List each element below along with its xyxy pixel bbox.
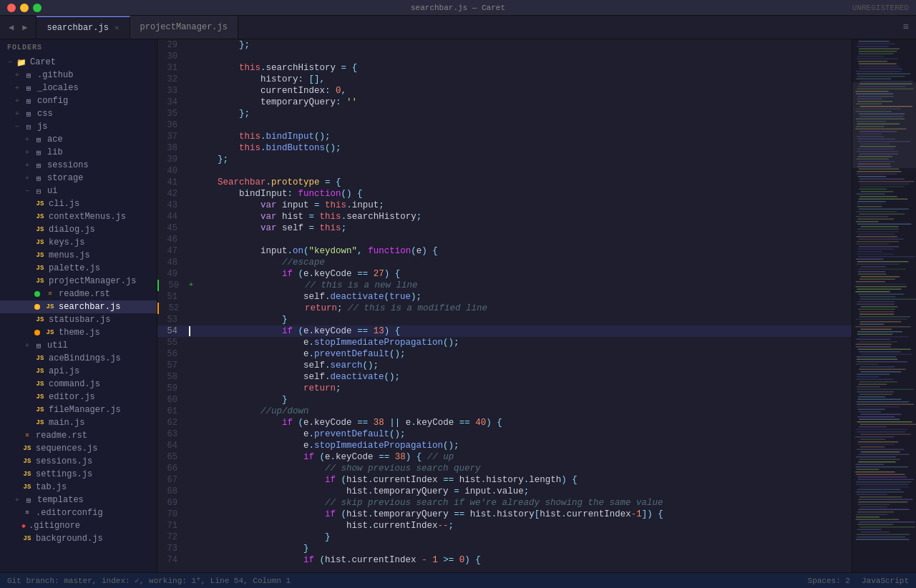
sidebar-item-sessions[interactable]: JS sessions.js [0, 455, 157, 468]
sidebar-item-templates[interactable]: + ⊞ templates [0, 494, 157, 506]
editor-area: 29 }; 30 31 this.searchHistory = { [157, 39, 916, 572]
line-indicator [186, 337, 193, 348]
sidebar-item-filemanager[interactable]: JS fileManager.js [0, 403, 157, 416]
line-content: } [193, 314, 852, 325]
sidebar-item-sessions-folder[interactable]: + ⊞ sessions [0, 159, 157, 172]
sidebar-item-statusbar[interactable]: JS statusbar.js [0, 313, 157, 326]
line-content: if (e.keyCode == 13) { [193, 325, 852, 337]
sidebar-item-editorconfig[interactable]: ≡ .editorconfig [0, 506, 157, 519]
line-number: 66 [157, 463, 186, 474]
line-content: hist.currentIndex--; [193, 520, 852, 531]
line-indicator [186, 165, 193, 177]
js-toggle: − [11, 123, 23, 131]
sidebar-item-editor[interactable]: JS editor.js [0, 391, 157, 403]
close-button[interactable] [7, 4, 16, 12]
maximize-button[interactable] [33, 4, 42, 12]
statusbar-language[interactable]: JavaScript [862, 577, 909, 585]
sidebar-item-readme-js[interactable]: ≡ readme.rst [0, 429, 157, 442]
line-number: 30 [157, 51, 186, 62]
line-number: 60 [157, 394, 186, 406]
code-line-69: 69 // skip previous search if we're alre… [157, 497, 852, 509]
sidebar-item-storage[interactable]: + ⊞ storage [0, 172, 157, 185]
unregistered-label: UNREGISTERED [852, 4, 909, 12]
sidebar-item-dialog[interactable]: JS dialog.js [0, 223, 157, 236]
code-scroll[interactable]: 29 }; 30 31 this.searchHistory = { [157, 39, 852, 572]
line-content [193, 119, 852, 131]
line-number: 43 [157, 200, 186, 211]
sidebar-item-contextmenus[interactable]: JS contextMenus.js [0, 210, 157, 223]
code-line-44: 44 var hist = this.searchHistory; [157, 211, 852, 222]
sidebar-item-ui[interactable]: − ⊟ ui [0, 185, 157, 197]
line-indicator [186, 200, 193, 211]
sidebar-item-menus[interactable]: JS menus.js [0, 249, 157, 262]
minimap[interactable] [852, 39, 916, 572]
sidebar-item-settings[interactable]: JS settings.js [0, 468, 157, 481]
tab-searchbar[interactable]: searchbar.js ✕ [36, 16, 130, 39]
line-number: 58 [157, 371, 186, 383]
line-number: 48 [157, 257, 186, 268]
line-indicator [186, 291, 193, 303]
line-content: hist.temporaryQuery = input.value; [193, 486, 852, 497]
sidebar-item-api[interactable]: JS api.js [0, 365, 157, 378]
sidebar-item-gitignore[interactable]: ◆ .gitignore [0, 519, 157, 532]
sidebar-item-ace[interactable]: + ⊞ ace [0, 133, 157, 146]
sidebar-item-main[interactable]: JS main.js [0, 416, 157, 429]
line-indicator [186, 62, 193, 74]
sidebar-item-caret[interactable]: − 📁 Caret [0, 56, 157, 69]
line-content: return; // this is a modified line [195, 303, 852, 314]
line-indicator [186, 543, 193, 554]
sidebar-item-tab[interactable]: JS tab.js [0, 481, 157, 494]
line-content: }; [193, 108, 852, 119]
js-file-icon: JS [44, 303, 56, 310]
js-file-icon: JS [21, 445, 33, 452]
sidebar-readme-ui-label: readme.rst [59, 289, 157, 299]
sidebar-item-lib[interactable]: + ⊞ lib [0, 146, 157, 159]
line-indicator [186, 394, 193, 406]
sidebar-ace-label: ace [47, 134, 157, 144]
sidebar-item-github[interactable]: + ⊞ .github [0, 69, 157, 82]
sidebar-item-palette[interactable]: JS palette.js [0, 262, 157, 275]
sidebar-item-sequences[interactable]: JS sequences.js [0, 442, 157, 455]
code-line-40: 40 [157, 165, 852, 177]
sidebar-item-cli[interactable]: JS cli.js [0, 197, 157, 210]
sidebar-section-folders: FOLDERS [0, 39, 157, 56]
line-content: } [193, 531, 852, 543]
sidebar-js-label: js [37, 122, 157, 132]
tabbar-menu-icon[interactable]: ≡ [903, 21, 909, 33]
sidebar-item-util[interactable]: + ⊞ util [0, 339, 157, 352]
sidebar-cli-label: cli.js [49, 199, 157, 209]
sidebar-item-projectmanager[interactable]: JS projectManager.js [0, 275, 157, 288]
line-number: 57 [157, 360, 186, 371]
lib-toggle: + [21, 149, 33, 157]
sidebar-contextmenus-label: contextMenus.js [49, 212, 157, 222]
sidebar-item-js[interactable]: − ⊟ js [0, 120, 157, 133]
sidebar-item-searchbar[interactable]: JS searchbar.js [0, 300, 157, 313]
sidebar-item-acebindings[interactable]: JS aceBindings.js [0, 352, 157, 365]
sidebar-item-theme[interactable]: JS theme.js [0, 326, 157, 339]
line-number: 40 [157, 165, 186, 177]
js-file-icon: JS [34, 381, 46, 388]
minimize-button[interactable] [20, 4, 29, 12]
tab-searchbar-label: searchbar.js [47, 23, 108, 33]
code-line-55: 55 e.stopImmediatePropagation(); [157, 337, 852, 348]
tab-searchbar-close[interactable]: ✕ [114, 24, 120, 32]
sidebar-item-command[interactable]: JS command.js [0, 378, 157, 391]
line-content: e.preventDefault(); [193, 348, 852, 360]
tab-projectmanager[interactable]: projectManager.js [130, 16, 238, 39]
sidebar-item-keys[interactable]: JS keys.js [0, 236, 157, 249]
js-file-icon: JS [21, 458, 33, 465]
line-number: 38 [157, 142, 186, 154]
sidebar-item-css[interactable]: + ⊞ css [0, 107, 157, 120]
dot-yellow [34, 304, 40, 310]
sidebar-lib-label: lib [47, 147, 157, 157]
nav-forward-arrow[interactable]: ▶ [19, 21, 30, 34]
sidebar-item-config[interactable]: + ⊞ config [0, 94, 157, 107]
sidebar-item-locales[interactable]: + ⊞ _locales [0, 82, 157, 94]
sidebar-templates-label: templates [37, 495, 157, 505]
sidebar-item-background[interactable]: JS background.js [0, 532, 157, 545]
statusbar-spaces[interactable]: Spaces: 2 [808, 577, 850, 585]
nav-back-arrow[interactable]: ◀ [6, 21, 16, 34]
sidebar-item-readme-ui[interactable]: ≡ readme.rst [0, 288, 157, 300]
statusbar-right: Spaces: 2 JavaScript [808, 577, 909, 585]
sidebar-editor-label: editor.js [49, 392, 157, 402]
